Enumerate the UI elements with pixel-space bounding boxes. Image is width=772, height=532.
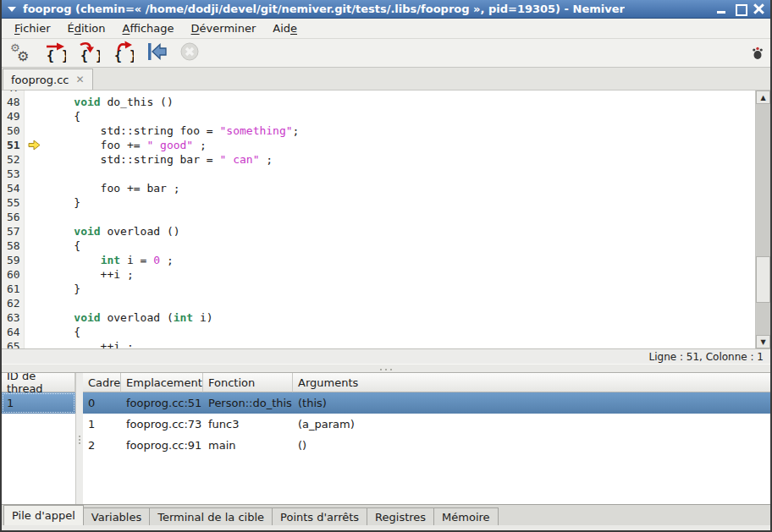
thread-id-column-header[interactable]: ID de thread [2, 373, 75, 392]
run-button[interactable]: ⚙⚙ [7, 41, 34, 66]
stack-frame-arguments: (this) [293, 392, 770, 414]
mark-margin [25, 152, 47, 167]
code-line-59[interactable]: 59 int i = 0 ; [2, 253, 755, 267]
mark-margin [25, 267, 47, 282]
scroll-up-icon[interactable]: ▲ [756, 90, 770, 104]
line-number: 59 [2, 253, 25, 267]
panel-tab-memoire[interactable]: Mémoire [433, 507, 499, 525]
code-text: ++i ; [47, 339, 134, 348]
maximize-button[interactable] [735, 3, 746, 14]
panel-tab-pile-dappel[interactable]: Pile d'appel [3, 505, 84, 525]
code-line-55[interactable]: 55 } [2, 195, 755, 210]
close-button[interactable] [753, 3, 764, 14]
code-line-65[interactable]: 65 ++i ; [2, 339, 755, 348]
panel-tab-points-darrets[interactable]: Points d'arrêts [272, 507, 367, 525]
panel-tab-terminal-de-la-cible[interactable]: Terminal de la cible [149, 507, 273, 525]
horizontal-splitter[interactable] [2, 364, 770, 372]
menu-item-affichage[interactable]: Affichage [114, 19, 183, 37]
code-line-63[interactable]: 63 void overload (int i) [2, 310, 755, 325]
mark-margin [25, 138, 47, 152]
mark-margin [25, 181, 47, 195]
code-line-54[interactable]: 54 foo += bar ; [2, 181, 755, 195]
window-controls [716, 3, 764, 14]
thread-list: ID de thread 1 [2, 373, 76, 504]
column-header-cadre[interactable]: Cadre [83, 373, 121, 392]
code-line-62[interactable]: 62 [2, 296, 755, 310]
stack-frame-location: fooprog.cc:51 [121, 392, 203, 414]
vertical-splitter[interactable] [76, 373, 83, 504]
mark-margin [25, 296, 47, 310]
nemiver-window: fooprog (chemin=« /home/dodji/devel/git/… [0, 0, 772, 532]
mark-margin [25, 195, 47, 210]
code-line-49[interactable]: 49 { [2, 109, 755, 123]
stack-frame-number: 1 [83, 414, 121, 435]
stack-column-headers: Cadre Emplacement Fonction Arguments [83, 373, 770, 392]
menu-item-deverminer[interactable]: Déverminer [183, 19, 265, 37]
run-to-cursor-button[interactable] [142, 41, 169, 66]
code-line-64[interactable]: 64 { [2, 325, 755, 339]
panel-tab-registres[interactable]: Registres [367, 507, 434, 525]
window-footer [2, 525, 770, 530]
code-line-56[interactable]: 56 [2, 210, 755, 224]
code-line-50[interactable]: 50 std::string foo = "something"; [2, 123, 755, 138]
code-text: void overload (int i) [47, 310, 213, 325]
code-line-60[interactable]: 60 ++i ; [2, 267, 755, 282]
source-view[interactable]: 4748 void do_this ()49 {50 std::string f… [2, 90, 755, 348]
code-line-51[interactable]: 51 foo += " good" ; [2, 138, 755, 152]
stop-button[interactable] [176, 41, 203, 66]
code-line-52[interactable]: 52 std::string bar = " can" ; [2, 152, 755, 167]
menu-item-fichier[interactable]: Fichier [6, 19, 59, 37]
code-text: ++i ; [47, 267, 134, 282]
svg-text:{ }: { } [47, 48, 66, 63]
code-text: { [47, 239, 80, 253]
code-line-48[interactable]: 48 void do_this () [2, 95, 755, 109]
menu-item-edition[interactable]: Édition [59, 19, 114, 37]
stack-frame-location: fooprog.cc:73 [121, 414, 203, 435]
source-editor[interactable]: 4748 void do_this ()49 {50 std::string f… [2, 90, 770, 348]
run-to-cursor-icon [145, 41, 168, 65]
column-header-fonction[interactable]: Fonction [203, 373, 293, 392]
code-text: void overload () [47, 224, 180, 239]
step-into-button[interactable]: { } [74, 41, 102, 66]
titlebar[interactable]: fooprog (chemin=« /home/dodji/devel/git/… [2, 0, 770, 19]
minimize-button[interactable] [716, 3, 727, 14]
stack-list: Cadre Emplacement Fonction Arguments 0fo… [83, 373, 770, 504]
stack-frame-row[interactable]: 2fooprog.cc:91main() [83, 435, 770, 456]
window-title: fooprog (chemin=« /home/dodji/devel/git/… [23, 3, 625, 15]
step-out-icon: { } [111, 41, 134, 65]
code-text: foo += " good" ; [47, 138, 207, 152]
stack-frame-arguments: () [293, 435, 770, 456]
line-number: 51 [2, 138, 25, 152]
tab-close-icon[interactable]: ✕ [75, 74, 84, 85]
step-over-button[interactable]: { } [41, 41, 68, 66]
line-number: 55 [2, 195, 25, 210]
stack-frame-row[interactable]: 0fooprog.cc:51Person::do_this(this) [83, 392, 770, 414]
line-number: 54 [2, 181, 25, 195]
panel-tab-variables[interactable]: Variables [83, 507, 150, 525]
mark-margin [25, 95, 47, 109]
tab-label: fooprog.cc [11, 74, 69, 86]
column-header-emplacement[interactable]: Emplacement [121, 373, 203, 392]
gears-icon: ⚙⚙ [9, 41, 32, 66]
step-out-button[interactable]: { } [108, 41, 135, 66]
line-number: 50 [2, 123, 25, 138]
mark-margin [25, 325, 47, 339]
scroll-down-icon[interactable]: ▼ [756, 335, 770, 348]
scrollbar-thumb[interactable] [756, 256, 770, 303]
stack-frame-number: 2 [83, 435, 121, 456]
scrollbar-track[interactable] [756, 104, 770, 335]
code-line-57[interactable]: 57 void overload () [2, 224, 755, 239]
code-line-58[interactable]: 58 { [2, 239, 755, 253]
menu-item-aide[interactable]: Aide [264, 19, 306, 37]
window-menu-icon[interactable] [8, 7, 16, 12]
code-line-53[interactable]: 53 [2, 167, 755, 181]
code-text: } [47, 195, 80, 210]
mark-margin [25, 339, 47, 348]
tab-fooprog-cc[interactable]: fooprog.cc ✕ [3, 69, 93, 90]
column-header-arguments[interactable]: Arguments [293, 373, 770, 392]
stack-frame-function: main [203, 435, 293, 456]
code-line-61[interactable]: 61 } [2, 282, 755, 296]
stack-frame-row[interactable]: 1fooprog.cc:73func3(a_param) [83, 414, 770, 435]
editor-scrollbar[interactable]: ▲ ▼ [755, 90, 770, 348]
thread-row[interactable]: 1 [2, 392, 75, 414]
